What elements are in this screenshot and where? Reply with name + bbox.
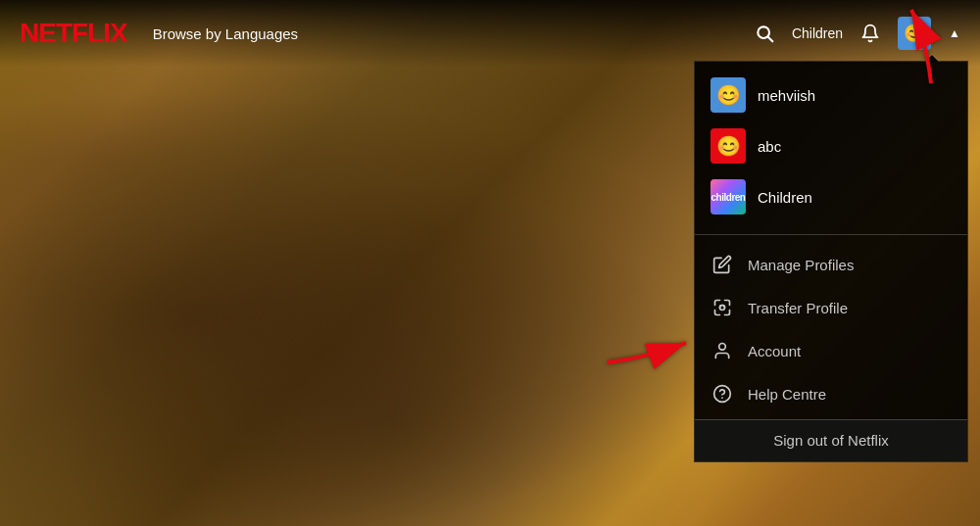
person-icon — [710, 339, 734, 362]
avatar-mehviish: 😊 — [710, 77, 746, 113]
search-icon[interactable] — [755, 24, 774, 43]
signout-label: Sign out of Netflix — [773, 432, 889, 449]
action-item-help-centre[interactable]: Help Centre — [695, 372, 967, 415]
svg-line-1 — [768, 37, 773, 42]
pencil-icon — [710, 253, 734, 276]
profile-label-mehviish: mehviish — [758, 87, 815, 104]
avatar-children: children — [710, 179, 746, 215]
profile-dropdown: 😊 mehviish 😊 abc children Children Manag… — [694, 61, 968, 462]
profile-label-abc: abc — [758, 138, 781, 155]
profile-item-abc[interactable]: 😊 abc — [695, 120, 967, 171]
transfer-profile-label: Transfer Profile — [748, 300, 848, 316]
dropdown-divider-1 — [695, 234, 967, 235]
account-label: Account — [748, 343, 801, 359]
browse-by-languages-link[interactable]: Browse by Languages — [153, 25, 298, 42]
annotation-arrow-account — [598, 313, 696, 376]
action-item-transfer-profile[interactable]: Transfer Profile — [695, 286, 967, 329]
navbar: NETFLIX Browse by Languages Children 😊 ▲ — [0, 0, 980, 67]
nav-left: NETFLIX Browse by Languages — [20, 18, 298, 49]
dropdown-actions-list: Manage Profiles Transfer Profile — [695, 239, 967, 419]
signout-button[interactable]: Sign out of Netflix — [695, 419, 967, 461]
action-item-account[interactable]: Account — [695, 329, 967, 372]
profile-item-children[interactable]: children Children — [695, 171, 967, 222]
annotation-arrow-top — [872, 0, 951, 92]
manage-profiles-label: Manage Profiles — [748, 257, 854, 273]
svg-point-3 — [719, 344, 726, 351]
face-scan-icon — [710, 296, 734, 319]
netflix-logo: NETFLIX — [20, 18, 127, 49]
profile-label-children: Children — [758, 189, 812, 206]
action-item-manage-profiles[interactable]: Manage Profiles — [695, 243, 967, 286]
profile-name-label: Children — [792, 25, 843, 41]
help-centre-label: Help Centre — [748, 386, 826, 403]
question-circle-icon — [710, 382, 734, 406]
avatar-abc: 😊 — [710, 128, 746, 164]
